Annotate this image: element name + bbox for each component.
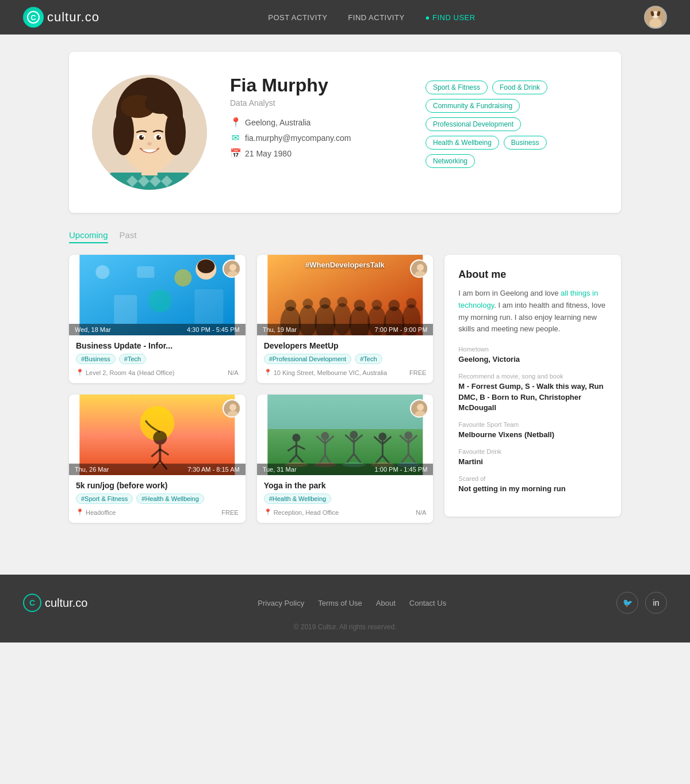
about-field-label: Scared of xyxy=(458,475,607,482)
svg-point-48 xyxy=(285,300,296,311)
svg-point-68 xyxy=(229,404,236,411)
location-pin-icon: 📍 xyxy=(76,508,84,516)
event-footer: 📍 Reception, Head Office N/A xyxy=(264,508,427,516)
svg-point-32 xyxy=(148,289,171,312)
event-time-bar: Thu, 19 Mar 7:00 PM - 9:00 PM xyxy=(257,324,434,335)
svg-point-19 xyxy=(159,136,161,137)
svg-text:C: C xyxy=(30,13,36,22)
event-hashtags: #Sport & Fitness#Health & Wellbeing xyxy=(76,494,239,504)
profile-info: Fia Murphy Data Analyst 📍 Geelong, Austr… xyxy=(230,75,402,159)
footer-link-about[interactable]: About xyxy=(376,599,396,607)
svg-rect-33 xyxy=(194,289,223,324)
footer-link-privacy[interactable]: Privacy Policy xyxy=(258,599,304,607)
event-card[interactable]: #WhenDevelopersTalk Thu, 19 Mar 7:00 PM … xyxy=(257,255,434,383)
event-title: Yoga in the park xyxy=(264,481,427,490)
event-overlay-text: #WhenDevelopersTalk xyxy=(305,261,385,269)
footer-link-terms[interactable]: Terms of Use xyxy=(318,599,362,607)
event-day: Thu, 26 Mar xyxy=(75,466,109,473)
event-card[interactable]: Tue, 31 Mar 1:00 PM - 1:45 PM Yoga in th… xyxy=(257,395,434,523)
profile-tag[interactable]: Food & Drink xyxy=(492,81,547,94)
about-field-label: Favourite Sport Team xyxy=(458,421,607,428)
profile-tag[interactable]: Sport & Fitness xyxy=(425,81,488,94)
svg-rect-31 xyxy=(114,295,137,324)
profile-tag[interactable]: Community & Fundraising xyxy=(425,99,520,113)
event-hashtag[interactable]: #Health & Wellbeing xyxy=(136,494,204,504)
event-image: Wed, 18 Mar 4:30 PM - 5:45 PM xyxy=(69,255,246,335)
event-day: Wed, 18 Mar xyxy=(75,326,111,333)
svg-point-54 xyxy=(388,300,400,311)
event-time: 1:00 PM - 1:45 PM xyxy=(375,466,428,473)
svg-point-37 xyxy=(229,264,236,271)
social-linkedin-button[interactable]: in xyxy=(645,592,667,614)
event-hashtag[interactable]: #Tech xyxy=(355,354,382,364)
event-hashtag[interactable]: #Health & Wellbeing xyxy=(264,494,331,504)
svg-rect-26 xyxy=(141,164,158,175)
event-hashtags: #Professional Development#Tech xyxy=(264,354,427,364)
user-avatar-nav[interactable] xyxy=(644,6,667,29)
event-hashtag[interactable]: #Business xyxy=(76,354,116,364)
svg-point-50 xyxy=(319,297,331,309)
logo-text: cultur.co xyxy=(47,10,99,25)
location-pin-icon: 📍 xyxy=(264,508,272,516)
profile-name: Fia Murphy xyxy=(230,75,402,96)
location-pin-icon: 📍 xyxy=(264,369,272,376)
event-location: 📍 Level 2, Room 4a (Head Office) xyxy=(76,369,174,376)
logo[interactable]: C cultur.co xyxy=(23,7,99,28)
event-hashtag[interactable]: #Sport & Fitness xyxy=(76,494,133,504)
svg-point-49 xyxy=(302,299,313,309)
svg-point-55 xyxy=(406,298,416,308)
profile-tag[interactable]: Business xyxy=(504,136,547,150)
event-image: #WhenDevelopersTalk Thu, 19 Mar 7:00 PM … xyxy=(257,255,434,335)
svg-point-18 xyxy=(142,136,144,137)
svg-point-84 xyxy=(350,431,358,439)
event-location: 📍 Headoffice xyxy=(76,508,116,516)
footer-socials: 🐦in xyxy=(616,592,667,614)
event-body: Business Update - Infor... #Business#Tec… xyxy=(69,335,246,383)
event-location: 📍 Reception, Head Office xyxy=(264,508,339,516)
footer-logo[interactable]: C cultur.co xyxy=(23,594,87,612)
nav-find-activity[interactable]: FIND ACTIVITY xyxy=(348,13,404,22)
event-price: N/A xyxy=(228,369,238,376)
about-field-value: Geelong, Victoria xyxy=(458,354,607,365)
footer: C cultur.co Privacy PolicyTerms of UseAb… xyxy=(0,575,690,643)
event-hashtag[interactable]: #Tech xyxy=(119,354,146,364)
event-price: FREE xyxy=(221,509,238,516)
event-hashtag[interactable]: #Professional Development xyxy=(264,354,352,364)
event-time: 7:00 PM - 9:00 PM xyxy=(375,326,428,333)
event-time: 7:30 AM - 8:15 AM xyxy=(187,466,240,473)
svg-point-28 xyxy=(95,265,109,279)
social-twitter-button[interactable]: 🐦 xyxy=(616,592,638,614)
footer-link-contact[interactable]: Contact Us xyxy=(409,599,446,607)
event-location-text: Reception, Head Office xyxy=(274,509,339,516)
event-time-bar: Tue, 31 Mar 1:00 PM - 1:45 PM xyxy=(257,464,434,475)
svg-point-11 xyxy=(165,109,186,155)
event-host-avatar xyxy=(223,399,241,418)
content-grid: Wed, 18 Mar 4:30 PM - 5:45 PM Business U… xyxy=(69,255,621,523)
about-field-value: Not getting in my morning run xyxy=(458,484,607,494)
svg-point-13 xyxy=(145,93,177,114)
tab-upcoming[interactable]: Upcoming xyxy=(69,230,108,243)
profile-tag[interactable]: Health & Wellbeing xyxy=(425,136,499,150)
tab-past[interactable]: Past xyxy=(120,230,137,243)
about-field: Hometown Geelong, Victoria xyxy=(458,346,607,365)
event-hashtags: #Health & Wellbeing xyxy=(264,494,427,504)
svg-point-108 xyxy=(417,404,424,411)
profile-dob: 📅 21 May 1980 xyxy=(230,148,402,159)
nav-post-activity[interactable]: POST ACTIVITY xyxy=(268,13,327,22)
svg-point-53 xyxy=(371,300,382,310)
svg-point-96 xyxy=(404,431,412,439)
tabs: Upcoming Past xyxy=(69,230,621,243)
profile-tag[interactable]: Networking xyxy=(425,154,475,168)
event-footer: 📍 Headoffice FREE xyxy=(76,508,239,516)
profile-tag[interactable]: Professional Development xyxy=(425,117,521,131)
event-card[interactable]: Wed, 18 Mar 4:30 PM - 5:45 PM Business U… xyxy=(69,255,246,383)
calendar-icon: 📅 xyxy=(230,148,240,159)
event-price: N/A xyxy=(416,509,426,516)
nav-find-user[interactable]: FIND USER xyxy=(425,13,476,22)
events-column: Wed, 18 Mar 4:30 PM - 5:45 PM Business U… xyxy=(69,255,433,523)
footer-copyright: © 2019 Cultur. All rights reserved. xyxy=(23,623,667,631)
about-fields: Hometown Geelong, Victoria Recommend a m… xyxy=(458,346,607,494)
svg-point-51 xyxy=(337,297,347,307)
footer-logo-text: cultur.co xyxy=(45,596,87,610)
event-card[interactable]: Thu, 26 Mar 7:30 AM - 8:15 AM 5k run/jog… xyxy=(69,395,246,523)
